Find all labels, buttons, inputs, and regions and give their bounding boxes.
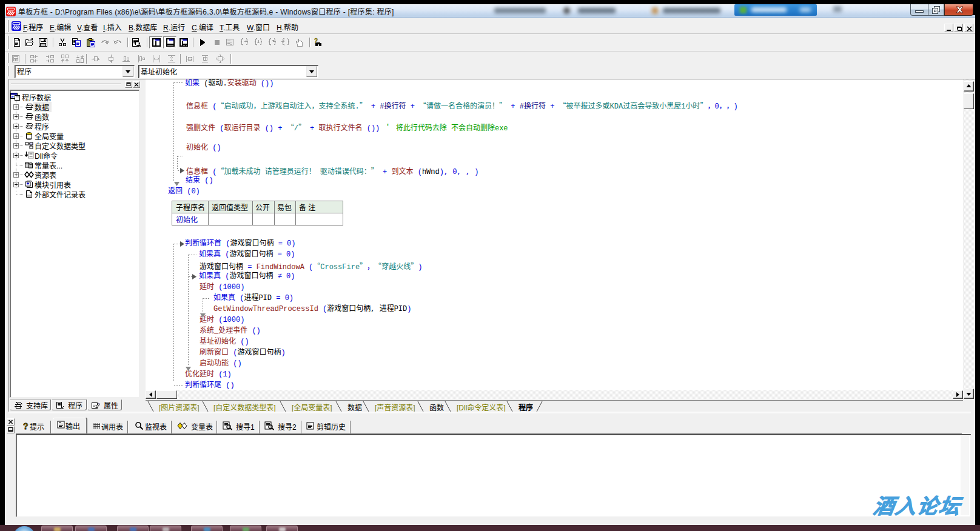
svg-text:?: ? [23,421,29,430]
svg-text:e: e [12,94,14,99]
